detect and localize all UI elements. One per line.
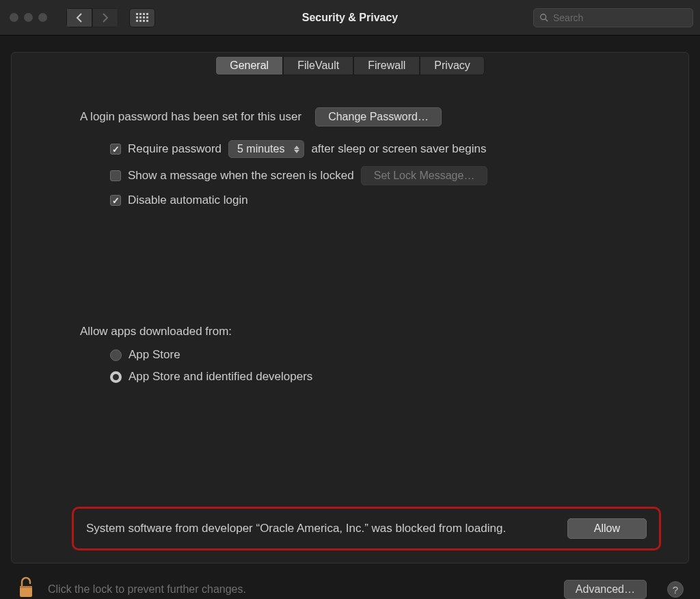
- stepper-arrows-icon: [294, 146, 299, 153]
- set-lock-message-button: Set Lock Message…: [361, 166, 488, 185]
- window-toolbar: Security & Privacy: [0, 0, 700, 36]
- login-password-text: A login password has been set for this u…: [80, 110, 301, 124]
- after-sleep-label: after sleep or screen saver begins: [311, 142, 486, 156]
- grid-icon: [136, 13, 148, 22]
- disable-auto-login-label: Disable automatic login: [128, 194, 248, 207]
- radio-identified-developers[interactable]: [110, 371, 122, 383]
- tab-firewall[interactable]: Firewall: [353, 56, 420, 75]
- back-button[interactable]: [66, 8, 92, 27]
- svg-line-1: [546, 18, 548, 21]
- radio-app-store-label: App Store: [129, 348, 180, 362]
- tab-privacy[interactable]: Privacy: [420, 56, 484, 75]
- search-icon: [539, 13, 549, 23]
- show-message-label: Show a message when the screen is locked: [128, 169, 354, 183]
- radio-identified-row: App Store and identified developers: [110, 370, 661, 384]
- preference-pane: General FileVault Firewall Privacy A log…: [11, 52, 689, 563]
- require-password-delay-select[interactable]: 5 minutes: [228, 140, 304, 158]
- disable-auto-login-row: Disable automatic login: [110, 194, 661, 207]
- allow-apps-label: Allow apps downloaded from:: [80, 325, 661, 338]
- blocked-software-notice: System software from developer “Oracle A…: [72, 507, 661, 550]
- show-message-checkbox[interactable]: [110, 170, 121, 181]
- svg-rect-3: [20, 586, 32, 588]
- advanced-button[interactable]: Advanced…: [564, 580, 647, 599]
- show-message-row: Show a message when the screen is locked…: [110, 166, 661, 185]
- close-window-button[interactable]: [10, 13, 18, 22]
- lock-icon[interactable]: [16, 576, 36, 599]
- require-password-label: Require password: [128, 142, 221, 156]
- footer: Click the lock to prevent further change…: [0, 563, 700, 599]
- search-box[interactable]: [533, 8, 693, 27]
- radio-app-store-row: App Store: [110, 348, 661, 362]
- allow-apps-section: Allow apps downloaded from: App Store Ap…: [80, 325, 661, 384]
- content-area: General FileVault Firewall Privacy A log…: [0, 52, 700, 563]
- tab-bar: General FileVault Firewall Privacy: [12, 56, 688, 75]
- search-input[interactable]: [553, 12, 687, 23]
- radio-identified-label: App Store and identified developers: [129, 370, 312, 384]
- blocked-software-text: System software from developer “Oracle A…: [86, 520, 554, 537]
- allow-button[interactable]: Allow: [567, 518, 647, 539]
- traffic-lights: [10, 13, 47, 22]
- lock-description: Click the lock to prevent further change…: [48, 583, 552, 596]
- zoom-window-button[interactable]: [38, 13, 47, 22]
- general-tab-content: A login password has been set for this u…: [12, 76, 688, 384]
- disable-auto-login-checkbox[interactable]: [110, 195, 121, 206]
- require-password-row: Require password 5 minutes after sleep o…: [110, 140, 661, 158]
- forward-button[interactable]: [92, 8, 118, 27]
- chevron-left-icon: [75, 13, 83, 23]
- change-password-button[interactable]: Change Password…: [315, 107, 442, 127]
- radio-app-store[interactable]: [110, 349, 122, 361]
- tab-filevault[interactable]: FileVault: [283, 56, 353, 75]
- show-all-button[interactable]: [129, 8, 155, 27]
- tab-general[interactable]: General: [215, 56, 283, 75]
- window-title: Security & Privacy: [302, 12, 399, 24]
- require-password-checkbox[interactable]: [110, 144, 121, 155]
- minimize-window-button[interactable]: [24, 13, 33, 22]
- svg-point-0: [541, 14, 546, 19]
- nav-buttons: [66, 8, 118, 27]
- chevron-right-icon: [101, 13, 109, 23]
- help-button[interactable]: ?: [667, 581, 684, 598]
- login-password-row: A login password has been set for this u…: [80, 107, 661, 127]
